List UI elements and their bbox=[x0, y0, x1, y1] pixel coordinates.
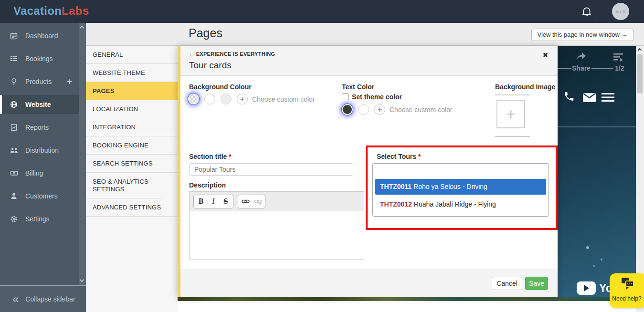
add-product-button[interactable]: + bbox=[67, 76, 72, 87]
hamburger-menu-icon[interactable] bbox=[602, 93, 614, 102]
need-help-button[interactable]: Need help? bbox=[610, 273, 644, 308]
sidebar-item-label: Billing bbox=[25, 169, 43, 177]
save-button[interactable]: Save bbox=[525, 277, 548, 290]
sidebar-item-billing[interactable]: Billing bbox=[0, 164, 79, 183]
phone-icon[interactable] bbox=[563, 91, 575, 102]
page-title: Pages bbox=[189, 26, 222, 40]
text-style-button-group: B I S bbox=[193, 195, 233, 208]
close-icon[interactable]: ✖ bbox=[543, 52, 548, 59]
sidebar-item-bookings[interactable]: Bookings bbox=[0, 49, 79, 68]
sidebar-item-reports[interactable]: Reports bbox=[0, 118, 79, 137]
sidebar-item-products[interactable]: Products + bbox=[0, 72, 79, 91]
website-settings-menu: GENERAL WEBSITE THEME PAGES LOCALIZATION… bbox=[86, 46, 178, 312]
page-indicator: 1/2 bbox=[615, 64, 624, 72]
menu-item-integration[interactable]: INTEGRATION bbox=[86, 118, 178, 136]
lightbulb-icon bbox=[10, 78, 18, 85]
strikethrough-button[interactable]: S bbox=[220, 195, 232, 208]
required-asterisk: * bbox=[229, 153, 231, 160]
chat-bubble-front bbox=[625, 281, 634, 287]
set-theme-color-checkbox[interactable] bbox=[342, 94, 348, 100]
sidebar-scrollbar[interactable] bbox=[79, 23, 86, 285]
mail-icon[interactable] bbox=[582, 93, 596, 103]
sidebar-item-customers[interactable]: Customers bbox=[0, 187, 79, 206]
sidebar-item-distribution[interactable]: Distribution bbox=[0, 141, 79, 160]
set-theme-color-label: Set theme color bbox=[352, 93, 402, 101]
scroll-down-icon[interactable] bbox=[80, 278, 84, 282]
playlist-pages-icon[interactable] bbox=[612, 52, 624, 62]
logo-part-2: Labs bbox=[62, 4, 89, 17]
add-color-button[interactable]: + bbox=[237, 94, 248, 104]
modal-footer: Cancel Save bbox=[180, 270, 558, 297]
cancel-button[interactable]: Cancel bbox=[492, 277, 522, 290]
dark-swatch-selected[interactable] bbox=[342, 104, 353, 115]
tour-code: THTZ0012 bbox=[380, 200, 412, 208]
unlink-icon[interactable] bbox=[252, 195, 264, 208]
user-avatar[interactable]: 30 x 30 bbox=[612, 3, 629, 20]
section-title-input[interactable] bbox=[189, 163, 353, 176]
youtube-play-icon bbox=[577, 281, 596, 295]
sidebar-item-label: Bookings bbox=[25, 55, 53, 62]
menu-item-advanced-settings[interactable]: ADVANCED SETTINGS bbox=[86, 198, 178, 217]
collapse-sidebar-button[interactable]: « Collapse sidebar bbox=[0, 285, 86, 312]
sidebar-item-settings[interactable]: Settings bbox=[0, 209, 79, 229]
italic-button[interactable]: I bbox=[207, 195, 220, 208]
white-swatch[interactable] bbox=[204, 94, 215, 104]
transparent-swatch-selected[interactable] bbox=[188, 94, 199, 104]
preview-section-line bbox=[554, 126, 636, 127]
divider-line bbox=[495, 136, 530, 137]
menu-item-pages[interactable]: PAGES bbox=[86, 82, 178, 100]
scroll-up-icon[interactable] bbox=[80, 26, 84, 31]
choose-custom-color-label[interactable]: Choose custom color bbox=[390, 106, 453, 114]
tour-name: Roho ya Selous - Driving bbox=[412, 183, 487, 190]
breadcrumb[interactable]: ← EXPERIENCE IS EVERYTHING bbox=[189, 51, 275, 57]
link-button-group bbox=[238, 195, 265, 208]
background-image-upload-button[interactable]: + bbox=[496, 100, 525, 128]
scroll-up-icon[interactable] bbox=[636, 46, 644, 53]
share-icon[interactable] bbox=[575, 52, 587, 62]
users-group-icon bbox=[10, 146, 18, 154]
menu-item-website-theme[interactable]: WEBSITE THEME bbox=[86, 64, 178, 82]
menu-item-seo-analytics-settings[interactable]: SEO & ANALYTICS SETTINGS bbox=[86, 173, 162, 198]
bold-button[interactable]: B bbox=[195, 195, 207, 208]
collapse-sidebar-label: Collapse sidebar bbox=[25, 295, 75, 303]
preview-photo-strip bbox=[178, 297, 612, 301]
sidebar-item-label: Products bbox=[25, 78, 52, 85]
double-chevron-left-icon: « bbox=[12, 292, 19, 306]
sidebar-item-dashboard[interactable]: Dashboard bbox=[0, 26, 79, 45]
light-gray-swatch[interactable] bbox=[221, 94, 232, 104]
tour-option-highlighted[interactable]: THTZ0011 Roho ya Selous - Driving bbox=[375, 179, 546, 195]
need-help-label: Need help? bbox=[610, 295, 644, 302]
content-scrollbar[interactable] bbox=[636, 46, 644, 312]
menu-item-general[interactable]: GENERAL bbox=[86, 46, 178, 64]
banknote-icon bbox=[10, 169, 18, 177]
modal-title: Tour cards bbox=[189, 60, 232, 71]
main-sidebar: Dashboard Bookings Products + Website bbox=[0, 23, 86, 312]
add-color-button[interactable]: + bbox=[374, 104, 385, 115]
preview-divider-line bbox=[558, 68, 571, 69]
notifications-bell-icon[interactable] bbox=[581, 5, 594, 18]
choose-custom-color-label[interactable]: Choose custom color bbox=[252, 95, 315, 103]
list-icon bbox=[10, 55, 18, 62]
chat-bubble-tail bbox=[626, 287, 629, 290]
tour-option[interactable]: THTZ0012 Ruaha Jabali Ridge - Flying bbox=[375, 197, 546, 212]
scrollbar-thumb[interactable] bbox=[637, 54, 643, 94]
tour-cards-modal: ← EXPERIENCE IS EVERYTHING Tour cards ✖ … bbox=[178, 46, 558, 297]
description-editor-area[interactable] bbox=[190, 211, 364, 259]
report-document-icon bbox=[10, 124, 18, 131]
view-page-new-window-button[interactable]: View this page in new window → bbox=[531, 29, 633, 41]
gear-icon bbox=[10, 215, 18, 223]
set-theme-color-row: Set theme color bbox=[342, 93, 402, 101]
menu-item-booking-engine[interactable]: BOOKING ENGINE bbox=[86, 136, 178, 155]
user-icon bbox=[10, 192, 18, 200]
required-asterisk: * bbox=[418, 153, 421, 160]
link-icon[interactable] bbox=[239, 195, 252, 208]
sidebar-item-label: Distribution bbox=[25, 146, 59, 154]
sidebar-item-website[interactable]: Website bbox=[0, 95, 79, 114]
white-swatch[interactable] bbox=[358, 104, 369, 115]
menu-item-search-settings[interactable]: SEARCH SETTINGS bbox=[86, 155, 178, 173]
menu-item-localization[interactable]: LOCALIZATION bbox=[86, 100, 178, 118]
share-label[interactable]: Share bbox=[572, 64, 591, 72]
decorative-bubble bbox=[586, 246, 589, 249]
preview-divider-line bbox=[591, 68, 613, 69]
tour-search-input[interactable] bbox=[373, 164, 549, 179]
